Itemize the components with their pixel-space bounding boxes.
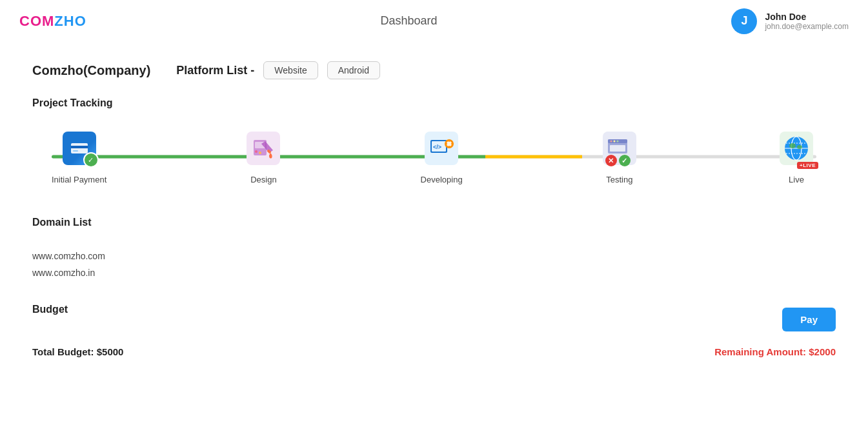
svg-text:</>: </> bbox=[433, 144, 441, 150]
platform-android-badge[interactable]: Android bbox=[327, 61, 380, 79]
svg-rect-15 bbox=[445, 143, 447, 144]
domain-item-2: www.comzho.in bbox=[32, 264, 836, 281]
logo-com: COM bbox=[19, 13, 54, 29]
payment-icon: ✓ bbox=[63, 132, 96, 165]
step-label-design: Design bbox=[250, 175, 276, 184]
domain-item-1: www.comzho.com bbox=[32, 248, 836, 264]
svg-point-5 bbox=[255, 150, 257, 153]
user-name: John Doe bbox=[765, 12, 849, 22]
step-icon-developing: </> bbox=[421, 128, 461, 168]
platform-website-badge[interactable]: Website bbox=[263, 61, 318, 79]
company-name: Comzho(Company) bbox=[32, 63, 150, 78]
step-testing: ✕ ✓ Testing bbox=[600, 128, 640, 184]
step-live: +LIVE Live bbox=[776, 128, 816, 184]
user-details: John Doe john.doe@example.com bbox=[765, 12, 849, 31]
svg-rect-14 bbox=[449, 146, 450, 148]
testing-x-icon: ✕ bbox=[605, 155, 617, 166]
step-label-testing: Testing bbox=[606, 175, 632, 184]
testing-check-icon: ✓ bbox=[619, 155, 631, 166]
svg-point-6 bbox=[259, 152, 261, 154]
logo-zho: ZHO bbox=[54, 13, 86, 29]
svg-point-20 bbox=[613, 141, 615, 143]
step-label-live: Live bbox=[789, 175, 804, 184]
budget-details: Total Budget: $5000 Remaining Amount: $2… bbox=[32, 346, 836, 357]
design-icon bbox=[247, 132, 280, 165]
step-developing: </> Developing bbox=[421, 128, 463, 184]
user-email: john.doe@example.com bbox=[765, 22, 849, 31]
step-label-initial-payment: Initial Payment bbox=[52, 175, 106, 184]
header: COMZHO Dashboard J John Doe john.doe@exa… bbox=[0, 0, 868, 42]
step-design: Design bbox=[243, 128, 283, 184]
svg-rect-1 bbox=[71, 146, 88, 148]
step-icon-testing: ✕ ✓ bbox=[600, 128, 640, 168]
svg-point-19 bbox=[610, 141, 612, 143]
live-icon: +LIVE bbox=[780, 132, 813, 165]
header-title: Dashboard bbox=[381, 14, 438, 28]
tracker-container: ✓ Initial Payment bbox=[32, 128, 836, 184]
user-info: J John Doe john.doe@example.com bbox=[731, 8, 849, 34]
svg-point-21 bbox=[616, 141, 618, 143]
avatar: J bbox=[731, 8, 757, 34]
platform-label: Platform List - bbox=[176, 64, 254, 77]
track-yellow bbox=[485, 155, 581, 158]
svg-rect-13 bbox=[449, 139, 450, 142]
step-label-developing: Developing bbox=[421, 175, 463, 184]
remaining-amount: Remaining Amount: $2000 bbox=[714, 346, 836, 357]
step-icon-initial-payment: ✓ bbox=[59, 128, 99, 168]
top-row: Comzho(Company) Platform List - Website … bbox=[32, 61, 836, 79]
pay-button[interactable]: Pay bbox=[782, 308, 836, 331]
live-badge: +LIVE bbox=[797, 162, 818, 169]
domain-list-title: Domain List bbox=[32, 217, 836, 228]
svg-rect-2 bbox=[73, 150, 78, 152]
step-icon-design bbox=[243, 128, 283, 168]
svg-point-28 bbox=[789, 143, 796, 148]
domain-section: Domain List www.comzho.com www.comzho.in bbox=[32, 217, 836, 281]
svg-rect-16 bbox=[451, 143, 454, 144]
step-initial-payment: ✓ Initial Payment bbox=[52, 128, 106, 184]
platform-section: Platform List - Website Android bbox=[176, 61, 380, 79]
svg-point-12 bbox=[447, 141, 452, 146]
total-budget: Total Budget: $5000 bbox=[32, 346, 123, 357]
main-content: Comzho(Company) Platform List - Website … bbox=[0, 42, 868, 434]
svg-point-29 bbox=[797, 145, 802, 149]
testing-icon: ✕ ✓ bbox=[603, 132, 636, 165]
project-tracking-title: Project Tracking bbox=[32, 97, 836, 109]
budget-title: Budget bbox=[32, 304, 68, 315]
svg-rect-22 bbox=[610, 145, 625, 152]
step-icon-live: +LIVE bbox=[776, 128, 816, 168]
budget-row: Budget Pay bbox=[32, 304, 836, 335]
logo: COMZHO bbox=[19, 13, 86, 30]
developing-icon: </> bbox=[425, 132, 458, 165]
